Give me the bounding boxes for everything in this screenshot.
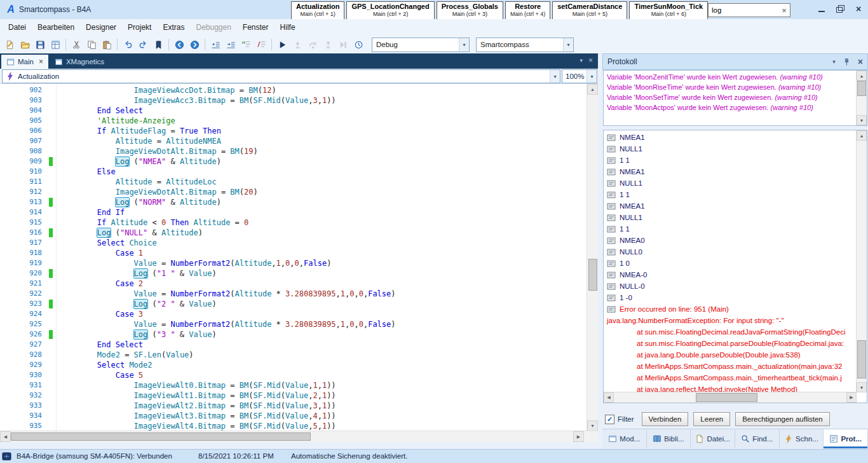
chevron-down-icon[interactable]: ▾ — [550, 70, 560, 83]
target-dropdown[interactable]: Smartcompass ▾ — [476, 38, 574, 52]
code-token[interactable] — [60, 86, 134, 95]
code-token[interactable]: BM — [248, 86, 257, 95]
code-line[interactable]: 923 Log ("2 " & Value) — [0, 299, 585, 309]
code-token[interactable]: ( — [240, 147, 244, 156]
zoom-dropdown[interactable]: 100% ▾ — [562, 69, 597, 83]
code-token[interactable] — [60, 320, 134, 329]
code-text[interactable]: Case 1 — [57, 248, 143, 258]
code-token[interactable]: < — [147, 218, 161, 227]
minimize-icon[interactable] — [817, 5, 826, 13]
code-text[interactable]: ImageViewAccDot.Bitmap = BM(12) — [57, 85, 276, 95]
code-token[interactable]: ( — [230, 259, 234, 268]
line-number[interactable]: 910 — [0, 167, 48, 177]
code-text[interactable]: Log ("1 " & Value) — [57, 268, 217, 279]
code-text[interactable]: Value = NumberFormat2(Altitude * 3.28083… — [57, 289, 396, 299]
quick-sub-button[interactable]: TimerSunMoon_TickMain (ctrl + 6) — [629, 1, 708, 20]
code-token[interactable]: 0 — [359, 320, 363, 329]
code-token[interactable]: Log — [134, 269, 148, 278]
quick-sub-button[interactable]: ActualizationMain (ctrl + 1) — [291, 1, 344, 20]
line-number[interactable]: 904 — [0, 106, 48, 116]
code-token[interactable]: ( — [111, 228, 119, 237]
code-token[interactable]: Value — [285, 411, 308, 420]
log-entry[interactable]: NULL1 — [604, 143, 856, 155]
line-number[interactable]: 925 — [0, 319, 48, 329]
code-editor[interactable]: 902 ImageViewAccDot.Bitmap = BM(12)903 I… — [0, 83, 598, 431]
log-entry[interactable]: 1 1 — [604, 155, 856, 166]
code-line[interactable]: 921 Case 2 — [0, 279, 585, 289]
code-token[interactable]: 3.280839895 — [285, 320, 336, 329]
code-token[interactable]: BM — [230, 188, 239, 197]
code-line[interactable]: 933 ImageViewAlt2.Bitmap = BM(SF.Mid(Val… — [0, 401, 585, 411]
line-number[interactable]: 903 — [0, 95, 48, 106]
code-token[interactable]: NumberFormat2 — [170, 320, 230, 329]
code-token[interactable]: Value — [134, 320, 157, 329]
code-line[interactable]: 927 End Select — [0, 340, 585, 350]
line-number[interactable]: 934 — [0, 411, 48, 421]
code-token[interactable]: "1 " — [157, 269, 175, 278]
code-line[interactable]: 926 Log ("3 " & Value) — [0, 329, 585, 340]
line-number[interactable]: 914 — [0, 207, 48, 218]
code-line[interactable]: 909 Log ("NMEA" & Altitude) — [0, 156, 585, 167]
code-text[interactable]: End Select — [57, 340, 143, 350]
code-line[interactable]: 925 Value = NumberFormat2(Altitude * 3.2… — [0, 319, 585, 329]
code-token[interactable]: BM — [240, 381, 248, 390]
log-entry[interactable]: NULL-0 — [604, 280, 856, 292]
code-token[interactable]: False — [368, 320, 391, 329]
code-token[interactable]: BM — [240, 411, 248, 420]
line-number[interactable]: 907 — [0, 136, 48, 146]
code-text[interactable]: If Altitude < 0 Then Altitude = 0 — [57, 218, 248, 228]
scroll-up-icon[interactable]: ▲ — [857, 130, 867, 141]
close-icon[interactable]: × — [858, 58, 863, 66]
search-box[interactable]: log × — [708, 3, 790, 17]
code-line[interactable]: 920 Log ("1 " & Value) — [0, 268, 585, 279]
filter-checkbox[interactable]: ✓ — [605, 415, 614, 424]
code-token[interactable] — [134, 310, 139, 319]
code-token[interactable]: Select — [97, 361, 125, 370]
line-number[interactable]: 929 — [0, 360, 48, 370]
code-line[interactable]: 935 ImageViewAlt4.Bitmap = BM(SF.Mid(Val… — [0, 421, 585, 431]
menu-item-fenster[interactable]: Fenster — [237, 20, 275, 34]
code-token[interactable]: Altitude — [235, 320, 272, 329]
filter-checkbox-group[interactable]: ✓ Filter — [605, 415, 634, 424]
code-token[interactable]: Altitude — [235, 259, 272, 268]
code-token[interactable]: ImageViewDotAlt.Bitmap — [116, 147, 217, 156]
code-line[interactable]: 908 ImageViewDotAlt.Bitmap = BM(19) — [0, 146, 585, 156]
line-number[interactable]: 911 — [0, 177, 48, 187]
log-entry[interactable]: 1 -0 — [604, 292, 856, 303]
code-token[interactable]: Value — [285, 391, 308, 400]
code-token[interactable]: , — [318, 422, 322, 431]
code-token[interactable]: Altitude — [180, 157, 217, 166]
chevron-down-icon[interactable]: ▾ — [580, 57, 583, 64]
code-token[interactable]: , — [290, 259, 294, 268]
code-token[interactable]: & — [175, 300, 189, 308]
code-token[interactable]: , — [299, 259, 304, 268]
code-token[interactable]: ( — [281, 411, 285, 420]
code-token[interactable]: Value — [285, 96, 308, 105]
scroll-down-icon[interactable]: ▼ — [857, 382, 867, 392]
code-token[interactable]: 5 — [139, 371, 143, 380]
code-token[interactable]: , — [318, 381, 322, 390]
code-token[interactable]: 20 — [244, 188, 253, 197]
code-token[interactable]: 3 — [313, 96, 317, 105]
code-text[interactable]: Altitude = AltitudeNMEA — [57, 136, 221, 146]
code-token[interactable]: ) — [271, 86, 276, 95]
code-token[interactable] — [60, 279, 116, 288]
code-token[interactable]: Altitude — [111, 218, 147, 227]
code-token[interactable]: ( — [281, 96, 285, 105]
code-token[interactable]: = — [157, 289, 171, 298]
code-token[interactable]: )) — [327, 391, 336, 400]
log-entry[interactable]: NMEA1 — [604, 166, 856, 177]
code-token[interactable]: 3 — [313, 401, 317, 410]
code-token[interactable]: ( — [281, 422, 285, 431]
code-token[interactable]: ) — [212, 330, 216, 339]
code-token[interactable] — [60, 401, 134, 410]
line-number[interactable]: 917 — [0, 238, 48, 248]
code-line[interactable]: 905 'Altitude-Anzeige — [0, 116, 585, 126]
log-entry[interactable]: NMEA-0 — [604, 269, 856, 280]
code-line[interactable]: 932 ImageViewAlt1.Bitmap = BM(SF.Mid(Val… — [0, 390, 585, 401]
code-token[interactable]: = — [226, 96, 240, 105]
code-token[interactable]: ImageViewAlt1.Bitmap — [134, 391, 226, 400]
log-entry[interactable]: at java.lang.reflect.Method.invoke(Nativ… — [604, 384, 856, 392]
code-token[interactable]: = — [217, 188, 231, 197]
scroll-up-icon[interactable]: ▲ — [587, 84, 598, 95]
